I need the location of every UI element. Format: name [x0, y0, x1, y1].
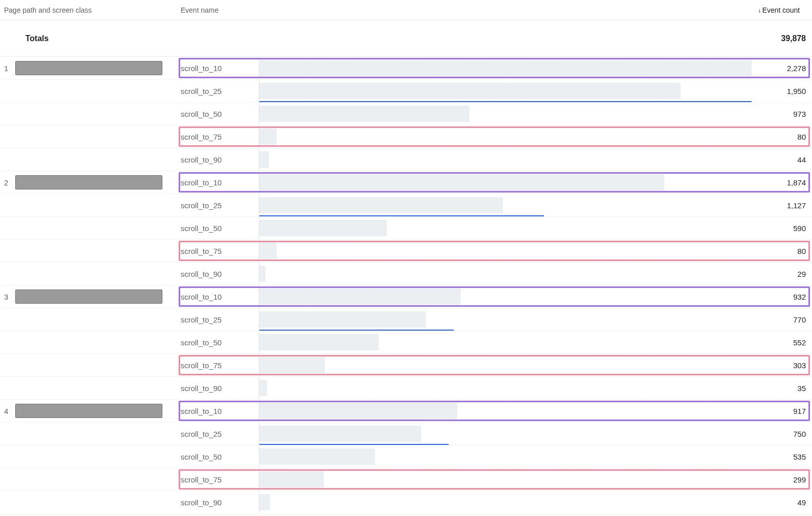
- event-count-cell: 1,127: [751, 194, 812, 216]
- event-count-bar-cell: [259, 57, 751, 79]
- arrow-down-icon: ↓: [758, 6, 762, 14]
- event-count-bar: [259, 471, 324, 488]
- page-path-redacted: [15, 289, 162, 304]
- event-count-cell: 80: [751, 240, 812, 262]
- event-name-cell: scroll_to_25: [178, 194, 259, 216]
- event-count-bar: [259, 334, 379, 350]
- comparison-underline: [259, 444, 449, 445]
- table-row[interactable]: scroll_to_50552: [0, 331, 812, 354]
- event-count-bar: [259, 403, 457, 419]
- table-row[interactable]: scroll_to_251,127: [0, 194, 812, 217]
- table-row[interactable]: scroll_to_7580: [0, 240, 812, 263]
- event-count-bar-cell: [259, 331, 751, 353]
- comparison-underline: [259, 215, 544, 216]
- event-count-bar-cell: [259, 468, 751, 491]
- column-header-event-count[interactable]: ↓ Event count: [758, 6, 806, 14]
- event-name-cell: scroll_to_50: [178, 217, 259, 239]
- table-row[interactable]: 1scroll_to_102,278: [0, 57, 812, 80]
- event-count-cell: 535: [751, 445, 812, 468]
- totals-row: Totals 39,878: [0, 20, 812, 57]
- event-count-bar: [259, 151, 269, 168]
- column-header-event-name[interactable]: Event name: [178, 6, 259, 14]
- event-count-bar: [259, 266, 265, 282]
- event-name-cell: scroll_to_10: [178, 285, 259, 308]
- event-name-cell: scroll_to_10: [178, 400, 259, 422]
- event-count-cell: 2,278: [751, 57, 812, 79]
- event-count-bar: [259, 128, 277, 145]
- table-row[interactable]: scroll_to_9044: [0, 148, 812, 171]
- event-count-bar: [259, 311, 426, 328]
- comparison-underline: [259, 330, 454, 331]
- row-index: 3: [4, 293, 8, 301]
- totals-label: Totals: [0, 34, 178, 43]
- table-row[interactable]: scroll_to_9035: [0, 377, 812, 400]
- table-row[interactable]: scroll_to_50590: [0, 217, 812, 240]
- table-row[interactable]: scroll_to_7580: [0, 125, 812, 148]
- event-count-bar-cell: [259, 217, 751, 239]
- table-row[interactable]: scroll_to_50535: [0, 445, 812, 468]
- event-count-cell: 303: [751, 354, 812, 376]
- table-row[interactable]: scroll_to_50973: [0, 103, 812, 125]
- event-count-cell: 552: [751, 331, 812, 353]
- event-name-cell: scroll_to_25: [178, 80, 259, 102]
- event-name-cell: scroll_to_90: [178, 491, 259, 513]
- event-count-bar-cell: [259, 125, 751, 148]
- table-row[interactable]: 4scroll_to_10917: [0, 400, 812, 423]
- event-name-cell: scroll_to_90: [178, 148, 259, 171]
- event-name-cell: scroll_to_75: [178, 354, 259, 376]
- event-name-cell: scroll_to_50: [178, 331, 259, 353]
- event-count-bar: [259, 494, 270, 510]
- event-count-cell: 770: [751, 308, 812, 331]
- table-row[interactable]: scroll_to_75303: [0, 354, 812, 377]
- event-name-cell: scroll_to_50: [178, 103, 259, 125]
- event-count-bar: [259, 174, 664, 190]
- event-count-cell: 973: [751, 103, 812, 125]
- event-count-bar-cell: [259, 240, 751, 262]
- totals-count: 39,878: [751, 34, 812, 43]
- event-count-bar-cell: [259, 80, 751, 102]
- event-count-bar-cell: [259, 171, 751, 194]
- event-count-bar-cell: [259, 263, 751, 285]
- event-count-bar: [259, 106, 469, 122]
- event-count-bar-cell: [259, 423, 751, 445]
- event-count-bar-cell: [259, 103, 751, 125]
- event-name-cell: scroll_to_50: [178, 445, 259, 468]
- event-count-bar-cell: [259, 308, 751, 331]
- event-count-bar-cell: [259, 194, 751, 216]
- event-count-bar: [259, 357, 325, 373]
- table-row[interactable]: scroll_to_251,950: [0, 80, 812, 103]
- event-count-bar: [259, 380, 267, 396]
- event-name-cell: scroll_to_90: [178, 377, 259, 399]
- event-count-bar-cell: [259, 354, 751, 376]
- event-count-bar: [259, 243, 277, 259]
- event-count-cell: 29: [751, 263, 812, 285]
- table-row[interactable]: scroll_to_75299: [0, 468, 812, 491]
- table-row[interactable]: scroll_to_9049: [0, 491, 812, 514]
- event-count-bar-cell: [259, 491, 751, 513]
- event-count-bar: [259, 426, 421, 442]
- row-index: 1: [4, 64, 8, 73]
- table-row[interactable]: scroll_to_9029: [0, 263, 812, 285]
- event-name-cell: scroll_to_10: [178, 171, 259, 194]
- event-count-cell: 590: [751, 217, 812, 239]
- event-count-bar-cell: [259, 148, 751, 171]
- event-name-cell: scroll_to_75: [178, 468, 259, 491]
- table-row[interactable]: scroll_to_25770: [0, 308, 812, 331]
- event-count-bar-cell: [259, 445, 751, 468]
- event-name-cell: scroll_to_10: [178, 57, 259, 79]
- event-count-bar: [259, 220, 387, 236]
- event-count-cell: 299: [751, 468, 812, 491]
- table-row[interactable]: 2scroll_to_101,874: [0, 171, 812, 194]
- page-path-redacted: [15, 61, 162, 75]
- event-count-cell: 35: [751, 377, 812, 399]
- event-name-cell: scroll_to_25: [178, 423, 259, 445]
- table-row[interactable]: 3scroll_to_10932: [0, 285, 812, 308]
- event-name-cell: scroll_to_25: [178, 308, 259, 331]
- event-count-cell: 1,874: [751, 171, 812, 194]
- table-row[interactable]: scroll_to_25750: [0, 423, 812, 445]
- event-count-bar: [259, 288, 461, 305]
- event-count-bar-cell: [259, 285, 751, 308]
- column-header-page-path[interactable]: Page path and screen class: [0, 6, 178, 14]
- table-header: Page path and screen class Event name ↓ …: [0, 0, 812, 20]
- event-count-bar: [259, 83, 681, 99]
